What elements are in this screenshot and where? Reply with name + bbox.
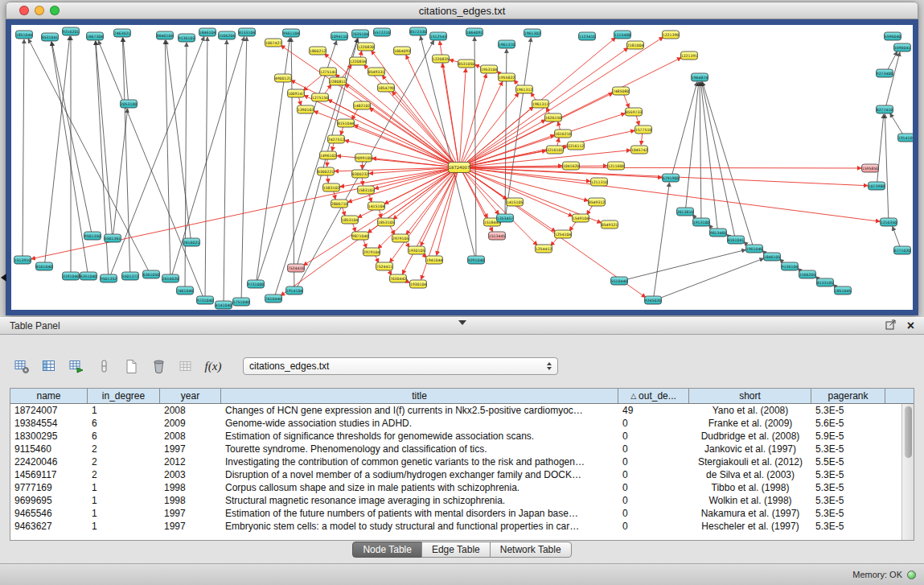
graph-edge[interactable] [122, 38, 129, 273]
graph-node[interactable]: 1961312 [516, 85, 533, 93]
graph-node[interactable]: 8549312 [589, 198, 606, 206]
graph-node[interactable]: 2979104 [363, 248, 380, 256]
graph-node[interactable]: 2806710 [331, 200, 348, 208]
graph-node[interactable]: 2979105 [392, 234, 409, 242]
graph-node[interactable]: 1275150 [312, 93, 329, 101]
graph-node[interactable]: 9813460 [710, 229, 727, 237]
graph-node[interactable]: 1254104 [555, 230, 572, 238]
graph-node[interactable]: 1512543 [430, 32, 447, 40]
graph-node[interactable]: 9731000 [248, 280, 265, 288]
delete-column-button[interactable] [148, 356, 169, 377]
table-row[interactable]: 969969511998Structural magnetic resonanc… [10, 494, 901, 507]
graph-node[interactable]: 6771020 [894, 246, 911, 254]
network-window-titlebar[interactable]: citations_edges.txt [6, 2, 918, 19]
graph-node[interactable]: 1007427 [265, 39, 282, 47]
graph-node[interactable]: 8277410 [877, 105, 893, 113]
graph-edge[interactable] [636, 115, 639, 126]
graph-node[interactable]: 1123410 [579, 32, 596, 40]
graph-node[interactable]: 1914104 [286, 286, 303, 295]
graph-node[interactable]: 7463021 [114, 29, 131, 37]
create-column-button[interactable] [121, 356, 142, 377]
graph-node[interactable]: 1853105 [378, 218, 395, 226]
table-row[interactable]: 946554611997Estimation of the future num… [10, 507, 901, 520]
zoom-window-button[interactable] [50, 6, 60, 15]
column-header-name[interactable]: name [10, 389, 88, 403]
graph-edge[interactable] [464, 167, 861, 168]
graph-edge[interactable] [185, 43, 187, 287]
graph-edge[interactable] [885, 114, 888, 219]
graph-node[interactable]: 1961311 [532, 100, 549, 108]
graph-node[interactable]: 7401040 [177, 286, 194, 295]
graph-node[interactable]: 1211310 [591, 178, 608, 186]
graph-node[interactable]: 1482102 [354, 101, 371, 109]
graph-node[interactable]: 1851045 [835, 286, 852, 295]
graph-node[interactable]: 2427512 [328, 135, 345, 143]
graph-edge[interactable] [890, 113, 904, 135]
graph-node[interactable]: 1045742 [631, 146, 648, 154]
graph-node[interactable]: 1496102 [320, 151, 337, 159]
graph-node[interactable]: 1961302 [524, 29, 541, 37]
graph-node[interactable]: 8300221 [318, 167, 335, 175]
graph-node[interactable]: 8549321 [602, 220, 618, 229]
graph-node[interactable]: 1930104 [410, 280, 427, 288]
graph-node[interactable]: 5751040 [233, 298, 250, 306]
graph-edge[interactable] [241, 37, 247, 299]
memory-status-led[interactable] [907, 571, 916, 579]
graph-node[interactable]: 1955822 [499, 73, 515, 81]
graph-edge[interactable] [31, 168, 454, 259]
float-panel-icon[interactable] [885, 319, 896, 333]
graph-node[interactable]: 2616021 [183, 238, 200, 246]
graph-node[interactable]: 8572330 [410, 27, 427, 35]
graph-node[interactable]: 1664091 [466, 28, 483, 36]
graph-edge[interactable] [257, 41, 337, 282]
graph-edge[interactable] [205, 37, 207, 297]
graph-node[interactable]: 3216101 [547, 146, 564, 154]
vertical-scrollbar[interactable] [901, 404, 914, 540]
graph-node[interactable]: 1941044 [426, 256, 443, 264]
graph-node[interactable]: 8300232 [352, 170, 369, 178]
graph-node[interactable]: 1961046 [746, 245, 763, 253]
close-panel-icon[interactable]: × [907, 319, 914, 332]
graph-node[interactable]: 8161040 [36, 262, 53, 270]
graph-node[interactable]: 1626150 [545, 113, 562, 122]
graph-node[interactable]: 8640104 [157, 31, 174, 39]
graph-node[interactable]: 7524410 [288, 264, 305, 272]
network-canvas[interactable]: 1007427186021212751414900121100914713901… [11, 25, 913, 310]
graph-node[interactable]: 1914105 [898, 134, 914, 142]
graph-node[interactable]: 7610440 [265, 295, 282, 303]
graph-node[interactable]: 1094110 [331, 32, 348, 40]
graph-node[interactable]: 3166204 [219, 31, 236, 39]
graph-node[interactable]: 1220835 [433, 55, 450, 63]
graph-node[interactable]: 1115408 [614, 31, 631, 39]
graph-node[interactable]: 2053100 [121, 100, 138, 108]
graph-node[interactable]: 1220834 [350, 57, 367, 65]
import-table-button[interactable] [175, 356, 196, 377]
table-row[interactable]: 946362711997Embryonic stem cells: a mode… [10, 520, 901, 533]
graph-node[interactable]: 1664093 [394, 47, 411, 55]
graph-node[interactable]: 1860212 [310, 47, 326, 55]
graph-node[interactable]: 1211600 [608, 162, 625, 170]
graph-node[interactable]: 9561104 [283, 29, 300, 37]
table-row[interactable]: 2242004622012Investigating the contribut… [10, 455, 901, 468]
column-header-out_degree[interactable]: △out_de... [618, 389, 689, 403]
graph-node[interactable]: 9501352 [101, 274, 117, 282]
graph-node[interactable]: 3166205 [799, 270, 816, 278]
graph-node[interactable]: 9216201 [63, 27, 80, 35]
graph-node[interactable]: 1220830 [358, 43, 375, 51]
graph-node[interactable]: 1415105 [507, 198, 524, 206]
table-settings-button[interactable] [11, 356, 32, 377]
table-row[interactable]: 1938455462009Genome-wide association stu… [10, 417, 901, 430]
graph-edge[interactable] [23, 39, 24, 257]
graph-edge[interactable] [701, 82, 734, 237]
graph-node[interactable]: 8531050 [458, 60, 475, 68]
graph-node[interactable]: 1513910 [14, 256, 31, 264]
graph-node[interactable]: 5501361 [105, 234, 121, 242]
tab-node-table[interactable]: Node Table [352, 542, 422, 558]
graph-node[interactable]: 2616020 [162, 274, 179, 282]
graph-node[interactable]: 6361050 [143, 270, 160, 278]
graph-node[interactable]: 8161041 [728, 236, 745, 244]
graph-node[interactable]: 7524411 [376, 262, 393, 270]
graph-node[interactable]: 1583103 [358, 186, 375, 194]
graph-node[interactable]: 9731040 [197, 296, 214, 304]
graph-edge[interactable] [641, 133, 643, 145]
